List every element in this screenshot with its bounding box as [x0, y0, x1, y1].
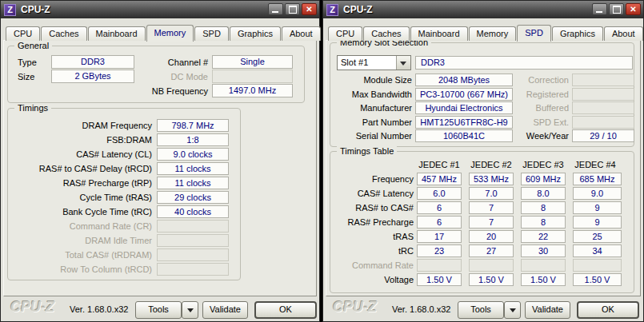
general-section: General Type DDR3 Size 2 GBytes Channel … [7, 46, 305, 103]
validate-button[interactable]: Validate [525, 301, 570, 319]
footer: CPU-Z Ver. 1.68.0.x32 Tools Validate OK [1, 296, 319, 321]
tab-mainboard[interactable]: Mainboard [410, 26, 468, 41]
slot-left-rows: Module Size 2048 MBytes Max Bandwidth PC… [332, 74, 513, 142]
cell-value: 1.50 V [469, 273, 514, 286]
field-label: FSB:DRAM [14, 135, 152, 145]
row-label: RAS# Precharge [334, 217, 414, 227]
tab-memory[interactable]: Memory [469, 26, 517, 41]
field-value: 1:8 [157, 133, 229, 146]
jedec-rows: Frequency 457 MHz 533 MHz 609 MHz 685 MH… [334, 173, 622, 286]
tab-label: Caches [49, 29, 78, 38]
cell-value: 7 [469, 201, 514, 214]
field-label: Manufacturer [332, 103, 412, 113]
tools-dropdown-button[interactable] [182, 301, 198, 319]
slot-select[interactable]: Slot #1 [337, 55, 411, 70]
maximize-button[interactable] [285, 3, 300, 15]
tab-cpu[interactable]: CPU [328, 26, 362, 41]
app-icon: Z [326, 4, 338, 16]
chevron-down-icon[interactable] [396, 56, 410, 70]
type-label: Type [18, 58, 51, 67]
timings-rows: DRAM Frequency 798.7 MHz FSB:DRAM 1:8 CA… [14, 119, 229, 276]
tab-graphics[interactable]: Graphics [230, 26, 281, 41]
maximize-button[interactable] [609, 3, 624, 15]
minimize-button[interactable] [592, 3, 607, 15]
jedec-header-row: JEDEC #1 JEDEC #2 JEDEC #3 JEDEC #4 [334, 160, 625, 169]
cell-value: 30 [521, 244, 566, 257]
tools-dropdown-button[interactable] [504, 301, 521, 319]
table-row: RAS# to CAS# 6 7 8 9 [334, 201, 622, 214]
slot-right-rows: Correction Registered Buffered S [522, 74, 634, 142]
field-label: Total CAS# (tRDRAM) [14, 250, 152, 260]
table-row: tRAS 17 20 22 25 [334, 230, 622, 243]
titlebar[interactable]: Z CPU-Z ✕ [1, 1, 319, 18]
field-label: Module Size [332, 75, 412, 85]
timings-legend: Timings [14, 103, 51, 113]
tab-label: Memory [477, 29, 509, 38]
window-title: CPU-Z [21, 4, 50, 15]
cell-value: 22 [521, 230, 566, 243]
minimize-button[interactable] [268, 3, 283, 15]
ok-button[interactable]: OK [577, 301, 639, 319]
tab-cpu[interactable]: CPU [6, 26, 40, 41]
tab-memory[interactable]: Memory [146, 25, 194, 42]
cell-value: 8 [521, 216, 566, 229]
field-label: Correction [522, 75, 569, 85]
version-text: Ver. 1.68.0.x32 [392, 304, 450, 314]
cpuz-logo: CPU-Z [10, 299, 54, 316]
timing-row: RAS# to CAS# Delay (tRCD) 11 clocks [14, 162, 229, 175]
app-icon: Z [4, 4, 16, 16]
timing-row: FSB:DRAM 1:8 [14, 133, 229, 146]
timing-row: Cycle Time (tRAS) 29 clocks [14, 191, 229, 204]
close-button[interactable]: ✕ [626, 3, 641, 15]
tab-spd[interactable]: SPD [517, 25, 551, 42]
cell-value [573, 259, 622, 272]
tab-about[interactable]: About [604, 26, 643, 41]
timing-row: Command Rate (CR) [14, 220, 229, 233]
tools-button[interactable]: Tools [135, 301, 182, 319]
field-value [157, 220, 229, 233]
field-label: RAS# Precharge (tRP) [14, 178, 152, 188]
cell-value: 9 [573, 216, 622, 229]
tab-spd[interactable]: SPD [194, 26, 229, 41]
tab-label: Graphics [560, 29, 595, 38]
tab-bar: CPU Caches Mainboard Memory SPD Graphics… [6, 25, 322, 41]
spd-row: Week/Year 29 / 10 [522, 129, 634, 142]
window-controls: ✕ [268, 3, 317, 15]
spd-row: SPD Ext. [522, 116, 634, 129]
validate-button[interactable]: Validate [202, 301, 248, 319]
tab-label: SPD [525, 28, 543, 38]
field-label: Serial Number [332, 131, 412, 141]
spd-row: Manufacturer Hyundai Electronics [332, 101, 513, 114]
timing-row: RAS# Precharge (tRP) 11 clocks [14, 177, 229, 189]
field-value: 29 / 10 [572, 129, 634, 142]
spd-row: Module Size 2048 MBytes [332, 74, 513, 86]
cell-value [469, 259, 514, 272]
tab-about[interactable]: About [282, 26, 321, 41]
table-row: Frequency 457 MHz 533 MHz 609 MHz 685 MH… [334, 173, 622, 185]
ok-button[interactable]: OK [254, 301, 317, 319]
cell-value: 685 MHz [573, 173, 622, 185]
window-controls: ✕ [592, 3, 641, 15]
field-value [157, 263, 229, 276]
field-label: Registered [522, 89, 569, 99]
tab-caches[interactable]: Caches [363, 26, 409, 41]
tools-button[interactable]: Tools [458, 301, 504, 319]
cell-value: 1.50 V [573, 273, 622, 286]
tab-mainboard[interactable]: Mainboard [88, 26, 146, 41]
tab-label: About [612, 29, 635, 38]
field-value: 11 clocks [157, 162, 229, 175]
timing-row: DRAM Idle Timer [14, 234, 229, 247]
column-header: JEDEC #3 [521, 160, 566, 169]
field-value: HMT125U6TFR8C-H9 [415, 116, 513, 129]
close-button[interactable]: ✕ [302, 3, 317, 15]
cell-value: 6 [417, 201, 462, 214]
tab-graphics[interactable]: Graphics [552, 26, 603, 41]
column-header: JEDEC #1 [417, 160, 462, 169]
tab-label: SPD [202, 29, 221, 38]
field-label: DRAM Idle Timer [14, 236, 152, 245]
titlebar[interactable]: Z CPU-Z ✕ [323, 1, 643, 18]
tab-caches[interactable]: Caches [41, 26, 86, 41]
tab-label: CPU [336, 29, 354, 38]
dc-mode-label: DC Mode [150, 72, 208, 81]
cell-value [521, 259, 566, 272]
